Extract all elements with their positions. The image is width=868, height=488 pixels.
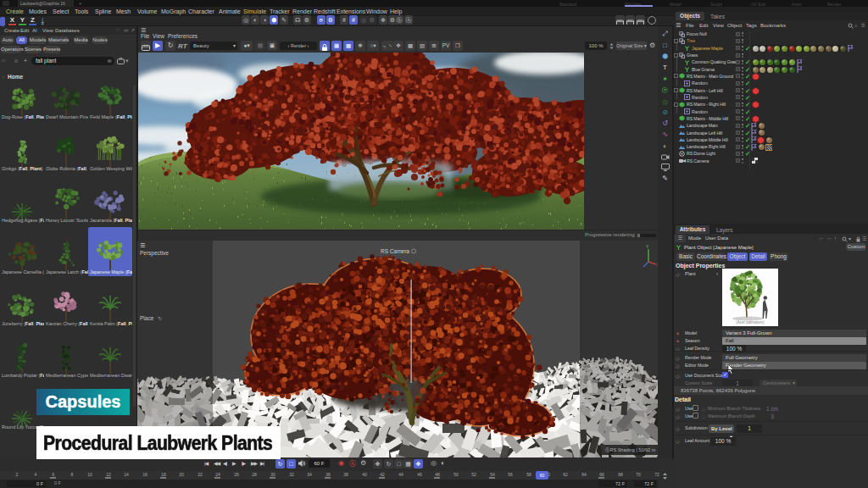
svg-text:☰: ☰ bbox=[140, 242, 145, 248]
svg-text:Place: Place bbox=[140, 315, 154, 321]
svg-text:ⓈRS Shading | 50/92 m: ⓈRS Shading | 50/92 m bbox=[605, 447, 656, 452]
svg-text:(Acer palmatum): (Acer palmatum) bbox=[736, 320, 765, 324]
svg-text:↻: ↻ bbox=[158, 316, 162, 321]
svg-text:Perspective: Perspective bbox=[140, 250, 169, 257]
svg-text:RS Camera: RS Camera bbox=[381, 248, 409, 254]
